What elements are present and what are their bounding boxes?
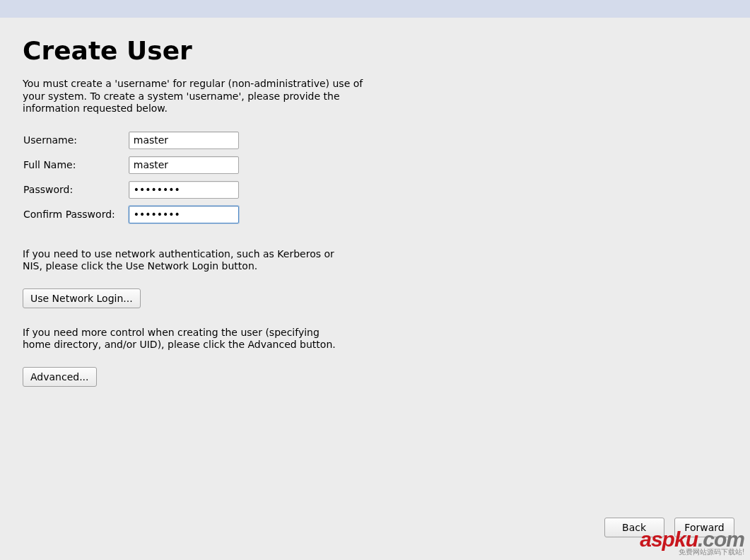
navigation-buttons: Back Forward [597,518,734,537]
page-title: Create User [23,36,727,65]
username-input[interactable] [129,132,239,149]
forward-button[interactable]: Forward [674,518,734,537]
network-login-text: If you need to use network authenticatio… [23,248,348,273]
advanced-button[interactable]: Advanced... [23,367,97,387]
back-button[interactable]: Back [604,518,664,537]
use-network-login-button[interactable]: Use Network Login... [23,288,141,308]
main-content: Create User You must create a 'username'… [0,18,750,387]
advanced-text: If you need more control when creating t… [23,327,348,351]
fullname-label: Full Name: [23,159,76,170]
fullname-input[interactable] [129,156,239,174]
watermark-tagline: 免费网站源码下载站! [640,549,744,556]
password-input[interactable] [129,181,239,199]
username-label: Username: [23,134,77,146]
window-title-bar [0,0,750,18]
intro-text: You must create a 'username' for regular… [23,78,376,115]
user-form: Username: Full Name: Password: Confirm P… [23,125,240,230]
confirm-password-label: Confirm Password: [23,209,115,220]
password-label: Password: [23,184,73,195]
confirm-password-input[interactable] [129,206,239,223]
